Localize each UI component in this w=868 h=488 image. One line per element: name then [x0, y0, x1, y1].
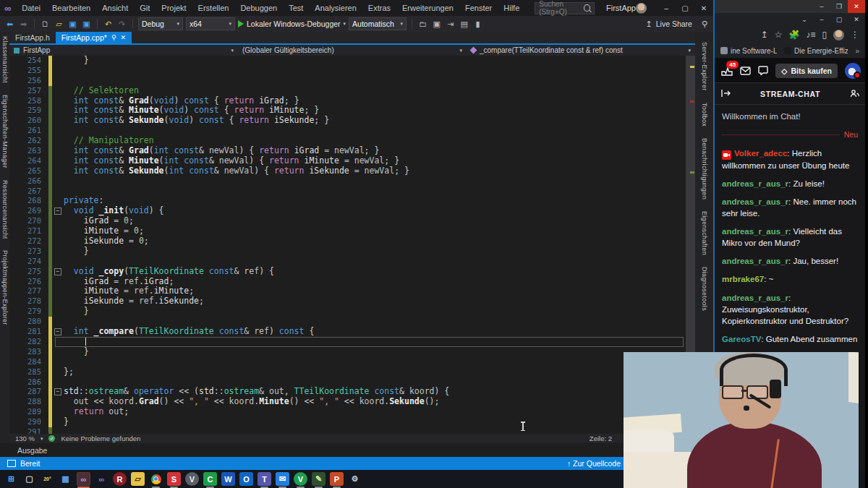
search-input[interactable]: Suchen (Strg+Q): [535, 2, 595, 14]
save-icon[interactable]: ▣: [67, 19, 78, 30]
outer-restore-button[interactable]: ❐: [830, 0, 848, 13]
taskbar-teams-icon[interactable]: T: [258, 472, 271, 486]
menu-item-analysieren[interactable]: Analysieren: [310, 2, 361, 14]
vs-close-button[interactable]: ✕: [694, 0, 713, 16]
code-line-264[interactable]: 264 int const& Minute(int const& newVal)…: [9, 156, 686, 166]
taskbar-start-icon[interactable]: ⊞: [4, 472, 18, 486]
menu-item-debuggen[interactable]: Debuggen: [235, 2, 282, 14]
code-line-257[interactable]: 257 // Selektoren: [9, 86, 686, 96]
taskbar-powerpoint-icon[interactable]: P: [330, 472, 344, 486]
tool-tab-projektmappen-explorer[interactable]: Projektmappen-Explorer: [1, 250, 9, 325]
outer-minimize-button[interactable]: –: [813, 0, 830, 13]
close-tab-icon[interactable]: ✕: [120, 34, 126, 41]
chat-username[interactable]: andreas_r_aus_r: [722, 227, 788, 236]
find-in-files-icon[interactable]: 🗀: [417, 19, 428, 30]
taskbar-task-view-icon[interactable]: ▢: [22, 472, 36, 486]
fold-collapse-icon[interactable]: [54, 267, 64, 277]
taskbar-notes-green-icon[interactable]: ✎: [312, 472, 326, 486]
code-line-276[interactable]: 276 iGrad = ref.iGrad;: [9, 277, 686, 287]
tab-firstapp-h[interactable]: FirstApp.h: [9, 32, 56, 43]
chat-username[interactable]: Volker_adecc: [734, 149, 787, 158]
menu-item-ansicht[interactable]: Ansicht: [97, 2, 133, 14]
code-line-277[interactable]: 277 iMinute = ref.iMinute;: [9, 286, 686, 296]
menu-item-bearbeiten[interactable]: Bearbeiten: [47, 2, 95, 14]
breadcrumb-project-dropdown[interactable]: FirstApp ▾: [9, 46, 238, 54]
code-line-271[interactable]: 271 iMinute = 0;: [9, 226, 686, 236]
fold-collapse-icon[interactable]: [54, 387, 64, 397]
redo-icon[interactable]: ↷: [116, 19, 127, 30]
share-icon[interactable]: ↥: [761, 30, 768, 40]
code-line-267[interactable]: 267: [9, 187, 686, 197]
code-line-261[interactable]: 261: [9, 126, 686, 136]
chat-bubble-icon[interactable]: [758, 66, 768, 75]
code-line-272[interactable]: 272 iSekunde = 0;: [9, 236, 686, 247]
comment-icon[interactable]: ▤: [459, 19, 469, 30]
code-line-268[interactable]: 268private:: [9, 196, 686, 206]
picture-icon[interactable]: ▣: [431, 19, 442, 30]
code-line-273[interactable]: 273 }: [9, 247, 686, 257]
browser-profile-avatar[interactable]: [833, 30, 844, 40]
code-line-266[interactable]: 266: [9, 176, 686, 187]
code-line-269[interactable]: 269 void _init(void) {: [9, 206, 686, 216]
code-line-259[interactable]: 259 int const& Minute(void) const { retu…: [9, 106, 686, 116]
breadcrumb-scope-dropdown[interactable]: (Globaler Gültigkeitsbereich) ▾: [238, 46, 467, 54]
code-line-262[interactable]: 262 // Manipulatoren: [9, 136, 686, 146]
code-line-270[interactable]: 270 iGrad = 0;: [9, 216, 686, 226]
open-folder-icon[interactable]: ▱: [54, 19, 64, 30]
tool-tab-klassenansicht[interactable]: Klassenansicht: [1, 36, 9, 83]
taskbar-settings-icon[interactable]: ⚙: [348, 472, 362, 486]
live-share-button[interactable]: ↥ Live Share ⚲: [646, 20, 707, 29]
menu-item-projekt[interactable]: Projekt: [156, 2, 191, 14]
code-line-286[interactable]: 286: [9, 377, 686, 388]
code-line-278[interactable]: 278 iSekunde = ref.iSekunde;: [9, 296, 686, 307]
vs-account-avatar[interactable]: [636, 3, 647, 14]
tool-tab-server-explorer[interactable]: Server-Explorer: [701, 42, 708, 91]
chat-username[interactable]: andreas_r_aus_r: [722, 197, 788, 206]
taskbar-file-explorer-icon[interactable]: ▱: [131, 472, 145, 486]
tool-tab-eigenschaften[interactable]: Eigenschaften: [701, 211, 708, 255]
code-line-281[interactable]: 281 int _compare(TTeilKoordinate const& …: [9, 327, 686, 337]
menu-item-erstellen[interactable]: Erstellen: [193, 2, 234, 14]
browser-menu-icon[interactable]: ⋮: [851, 30, 859, 40]
code-line-260[interactable]: 260 int const& Sekunde(void) const { ret…: [9, 116, 686, 126]
bookmark-item[interactable]: Die Energie-Effizien...: [784, 47, 848, 55]
outer-close-button[interactable]: ✕: [848, 0, 865, 13]
solution-config-dropdown[interactable]: Debug▾: [138, 17, 183, 30]
code-line-291[interactable]: 291: [9, 427, 686, 434]
taskbar-mail-icon[interactable]: ✉: [276, 472, 289, 486]
tool-tab-diagnosetools[interactable]: Diagnosetools: [701, 267, 708, 311]
twitch-profile-avatar[interactable]: [845, 63, 861, 79]
taskbar-app-v-green-icon[interactable]: V: [294, 472, 307, 486]
chat-username[interactable]: andreas_r_aus_r: [722, 257, 788, 265]
code-line-280[interactable]: 280: [9, 317, 686, 327]
tool-tab-benachrichtigungen[interactable]: Benachrichtigungen: [701, 138, 708, 200]
chat-username[interactable]: mrbrake67: [722, 275, 764, 283]
pin-icon[interactable]: ⚲: [111, 34, 116, 41]
menu-item-hilfe[interactable]: Hilfe: [498, 2, 524, 14]
menu-item-erweiterungen[interactable]: Erweiterungen: [397, 2, 459, 14]
code-line-282[interactable]: 282: [9, 337, 686, 347]
chat-username[interactable]: andreas_r_aus_r: [722, 179, 788, 188]
browser-close-button[interactable]: ✕: [848, 13, 865, 26]
navigate-forward-icon[interactable]: ➡: [18, 19, 29, 30]
problems-status[interactable]: Keine Probleme gefunden: [61, 435, 140, 442]
code-line-256[interactable]: 256: [9, 76, 686, 86]
code-line-258[interactable]: 258 int const& Grad(void) const { return…: [9, 96, 686, 106]
browser-chevron-button[interactable]: ⌄: [796, 13, 813, 26]
extensions-puzzle-icon[interactable]: 🧩: [788, 30, 799, 40]
code-line-279[interactable]: 279 }: [9, 307, 686, 317]
breadcrumb-member-dropdown[interactable]: _compare(TTeilKoordinate const & ref) co…: [467, 46, 695, 54]
fold-collapse-icon[interactable]: [54, 327, 64, 337]
taskbar-chrome-icon[interactable]: [149, 472, 163, 486]
code-line-275[interactable]: 275 void _copy(TTeilKoordinate const& re…: [9, 267, 686, 277]
taskbar-app-v-gray-icon[interactable]: V: [185, 472, 199, 486]
code-line-285[interactable]: 285};: [9, 367, 686, 377]
bookmark-item[interactable]: ine Software-Lös...: [720, 47, 777, 55]
chat-users-icon[interactable]: [850, 87, 859, 100]
browser-minimize-button[interactable]: –: [813, 13, 830, 26]
bookmarks-overflow-icon[interactable]: »: [855, 47, 859, 55]
code-line-255[interactable]: 255: [9, 66, 686, 76]
code-line-288[interactable]: 288 out << koord.Grad() << ", " << koord…: [9, 397, 686, 407]
vs-maximize-button[interactable]: ▢: [676, 0, 694, 16]
code-line-263[interactable]: 263 int const& Grad(int const& newVal) {…: [9, 146, 686, 156]
